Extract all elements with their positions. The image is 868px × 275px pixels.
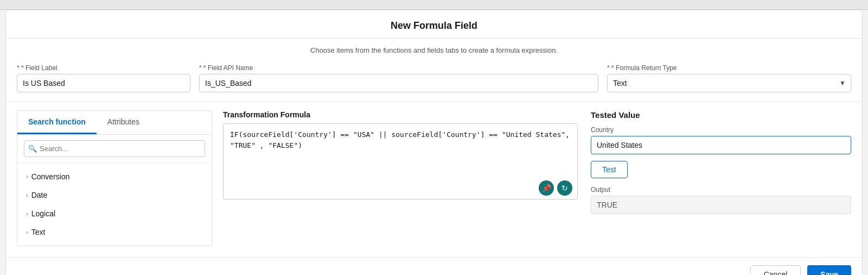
country-input[interactable] — [591, 136, 851, 154]
modal-title: New Formula Field — [6, 20, 862, 32]
field-label-input[interactable] — [17, 74, 190, 92]
search-box: 🔍 — [17, 135, 212, 163]
search-input[interactable] — [24, 140, 205, 157]
cancel-button[interactable]: Cancel — [750, 265, 801, 275]
chevron-right-icon: › — [26, 173, 28, 180]
formula-return-type-select[interactable]: Text Number Currency Date DateTime Perce… — [607, 74, 851, 92]
tab-search-function[interactable]: Search function — [17, 111, 97, 134]
field-label-label: * * Field Label — [17, 64, 190, 72]
middle-panel: Transformation Formula IF(sourceField['C… — [223, 110, 578, 246]
formula-textarea[interactable]: IF(sourceField['Country'] == "USA" || so… — [223, 123, 578, 199]
formula-icons: 📌 ↻ — [539, 180, 572, 196]
search-icon: 🔍 — [28, 145, 37, 153]
field-api-name-input[interactable] — [199, 74, 598, 92]
formula-return-type-group: * * Formula Return Type Text Number Curr… — [607, 64, 851, 92]
search-input-wrapper: 🔍 — [24, 140, 205, 157]
modal-header: New Formula Field — [6, 10, 862, 39]
save-button[interactable]: Save — [807, 265, 851, 275]
right-panel: Tested Value Country Test Output TRUE — [591, 110, 851, 246]
formula-return-type-label: * * Formula Return Type — [607, 64, 851, 72]
pin-icon-button[interactable]: 📌 — [539, 180, 554, 196]
chevron-right-icon: › — [26, 210, 28, 217]
list-item[interactable]: › Text — [17, 223, 212, 241]
formula-label: Transformation Formula — [223, 110, 578, 119]
content-area: Search function Attributes 🔍 › Conversio… — [6, 101, 862, 257]
formula-return-type-wrapper: Text Number Currency Date DateTime Perce… — [607, 74, 851, 92]
list-item[interactable]: › Conversion — [17, 167, 212, 186]
chevron-right-icon: › — [26, 229, 28, 235]
test-button[interactable]: Test — [591, 161, 628, 178]
fields-row: * * Field Label * * Field API Name * * F… — [6, 59, 862, 101]
modal-footer: Cancel Save — [6, 257, 862, 275]
modal-container: New Formula Field Choose items from the … — [5, 10, 863, 275]
field-label-group: * * Field Label — [17, 64, 190, 92]
chevron-right-icon: › — [26, 192, 28, 198]
field-api-name-group: * * Field API Name — [199, 64, 598, 92]
left-panel: Search function Attributes 🔍 › Conversio… — [17, 110, 212, 246]
list-item[interactable]: › Date — [17, 186, 212, 204]
field-api-name-label: * * Field API Name — [199, 64, 598, 72]
formula-textarea-wrapper: IF(sourceField['Country'] == "USA" || so… — [223, 123, 578, 201]
tested-value-title: Tested Value — [591, 110, 851, 120]
tabs-row: Search function Attributes — [17, 111, 212, 135]
output-label: Output — [591, 186, 851, 193]
modal-subtitle: Choose items from the functions and fiel… — [6, 39, 862, 59]
output-value: TRUE — [591, 196, 851, 214]
top-bar — [0, 0, 868, 10]
tab-attributes[interactable]: Attributes — [97, 111, 150, 134]
function-list: › Conversion › Date › Logical › Text — [17, 163, 212, 246]
refresh-icon-button[interactable]: ↻ — [557, 180, 572, 196]
country-label: Country — [591, 126, 851, 134]
list-item[interactable]: › Logical — [17, 204, 212, 223]
